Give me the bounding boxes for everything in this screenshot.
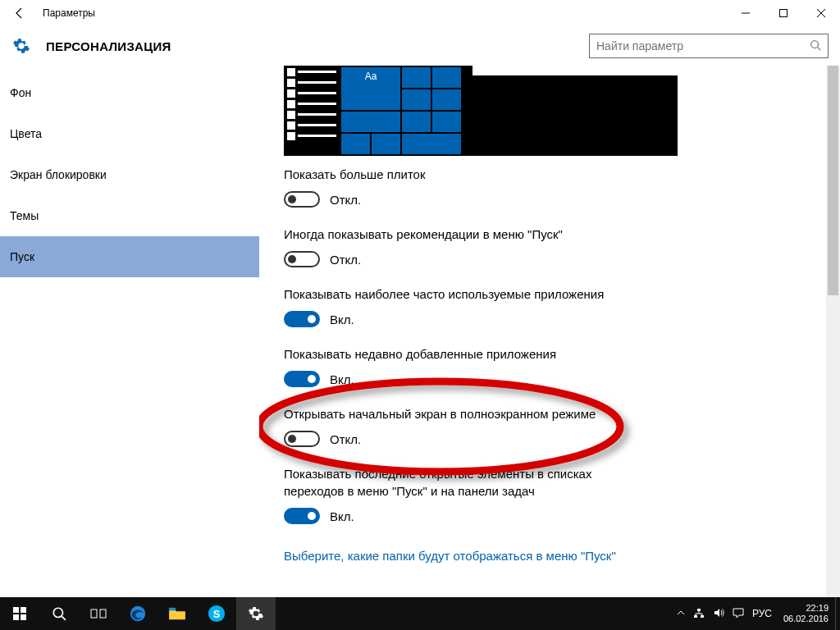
clock-time: 22:19 — [783, 603, 829, 614]
svg-rect-21 — [697, 609, 701, 611]
sidebar-item-themes[interactable]: Темы — [0, 195, 259, 236]
svg-rect-8 — [21, 607, 26, 613]
system-tray[interactable]: РУС — [672, 597, 777, 630]
sidebar-item-label: Темы — [10, 209, 39, 222]
gear-icon — [11, 36, 31, 56]
toggle-more-tiles[interactable] — [284, 191, 320, 208]
setting-label: Открывать начальный экран в полноэкранно… — [284, 405, 645, 422]
network-icon[interactable] — [693, 607, 705, 621]
explorer-button[interactable] — [158, 597, 197, 630]
svg-rect-1 — [780, 10, 788, 17]
preview-tile: Aa — [341, 67, 400, 110]
toggle-value: Откл. — [330, 253, 361, 267]
svg-line-12 — [62, 616, 66, 620]
edge-button[interactable] — [118, 597, 158, 630]
setting-jump-lists: Показывать последние открытые элементы в… — [284, 465, 826, 524]
toggle-jump-lists[interactable] — [284, 508, 320, 524]
toggle-value: Вкл. — [330, 372, 354, 386]
start-preview: Aa — [284, 66, 678, 156]
svg-text:S: S — [213, 608, 221, 620]
svg-rect-9 — [13, 614, 19, 620]
svg-line-5 — [818, 47, 821, 50]
svg-rect-20 — [701, 615, 704, 618]
page-title: ПЕРСОНАЛИЗАЦИЯ — [46, 39, 171, 53]
window-title: Параметры — [43, 7, 95, 19]
setting-recently-added: Показывать недавно добавленные приложени… — [284, 345, 826, 387]
sidebar-item-label: Цвета — [10, 127, 42, 140]
setting-label: Показывать наиболее часто используемые п… — [284, 285, 645, 303]
task-view-button[interactable] — [79, 597, 118, 630]
setting-label: Показывать последние открытые элементы в… — [284, 465, 645, 500]
setting-label: Показывать недавно добавленные приложени… — [284, 345, 645, 363]
sidebar-item-colors[interactable]: Цвета — [0, 113, 259, 154]
back-button[interactable] — [7, 0, 33, 26]
setting-more-tiles: Показать больше плиток Откл. — [284, 166, 826, 208]
language-indicator[interactable]: РУС — [752, 608, 772, 619]
svg-rect-16 — [169, 608, 176, 611]
sidebar-item-label: Фон — [10, 86, 31, 99]
taskbar-clock[interactable]: 22:19 06.02.2016 — [777, 597, 835, 630]
search-box[interactable] — [589, 34, 829, 58]
choose-folders-link[interactable]: Выберите, какие папки будут отображаться… — [284, 549, 616, 563]
setting-fullscreen-start: Открывать начальный экран в полноэкранно… — [284, 405, 826, 447]
setting-label: Иногда показывать рекомендации в меню "П… — [284, 226, 645, 243]
sidebar-item-start[interactable]: Пуск — [0, 236, 259, 277]
toggle-value: Откл. — [330, 432, 361, 446]
maximize-button[interactable] — [765, 0, 802, 26]
taskbar: S РУС 22:19 06.02.2016 — [0, 597, 840, 630]
titlebar: Параметры — [0, 0, 840, 26]
search-icon — [810, 39, 821, 53]
settings-task-button[interactable] — [236, 597, 276, 630]
setting-label: Показать больше плиток — [284, 166, 645, 183]
setting-most-used: Показывать наиболее часто используемые п… — [284, 285, 826, 327]
toggle-recently-added[interactable] — [284, 371, 320, 387]
toggle-most-used[interactable] — [284, 311, 320, 327]
svg-rect-10 — [21, 614, 26, 620]
tray-chevron-icon[interactable] — [677, 608, 685, 619]
skype-button[interactable]: S — [197, 597, 236, 630]
setting-suggestions: Иногда показывать рекомендации в меню "П… — [284, 226, 826, 267]
sidebar-item-label: Пуск — [10, 250, 34, 263]
minimize-button[interactable] — [727, 0, 765, 26]
svg-rect-14 — [100, 609, 106, 618]
header: ПЕРСОНАЛИЗАЦИЯ — [0, 26, 840, 66]
svg-point-11 — [53, 608, 62, 617]
svg-rect-19 — [694, 615, 697, 618]
volume-icon[interactable] — [713, 607, 724, 621]
search-input[interactable] — [596, 39, 810, 52]
sidebar-item-lockscreen[interactable]: Экран блокировки — [0, 154, 259, 195]
show-desktop-button[interactable] — [835, 597, 840, 630]
sidebar-item-label: Экран блокировки — [10, 168, 107, 181]
scrollbar-thumb[interactable] — [828, 66, 838, 295]
clock-date: 06.02.2016 — [783, 614, 829, 624]
toggle-value: Вкл. — [330, 509, 354, 523]
action-center-icon[interactable] — [733, 607, 744, 621]
toggle-value: Вкл. — [330, 313, 354, 326]
vertical-scrollbar[interactable] — [826, 66, 840, 597]
toggle-fullscreen-start[interactable] — [284, 431, 320, 447]
content: Aa Показать больше плиток Откл. Иногда п… — [259, 66, 826, 597]
start-button[interactable] — [0, 597, 39, 630]
svg-rect-13 — [91, 609, 97, 618]
sidebar-item-background[interactable]: Фон — [0, 72, 259, 113]
sidebar: Фон Цвета Экран блокировки Темы Пуск — [0, 66, 259, 597]
svg-point-4 — [811, 40, 819, 48]
toggle-value: Откл. — [330, 193, 361, 207]
search-task-button[interactable] — [39, 597, 79, 630]
toggle-suggestions[interactable] — [284, 251, 320, 267]
close-button[interactable] — [802, 0, 840, 26]
svg-rect-7 — [13, 607, 19, 613]
